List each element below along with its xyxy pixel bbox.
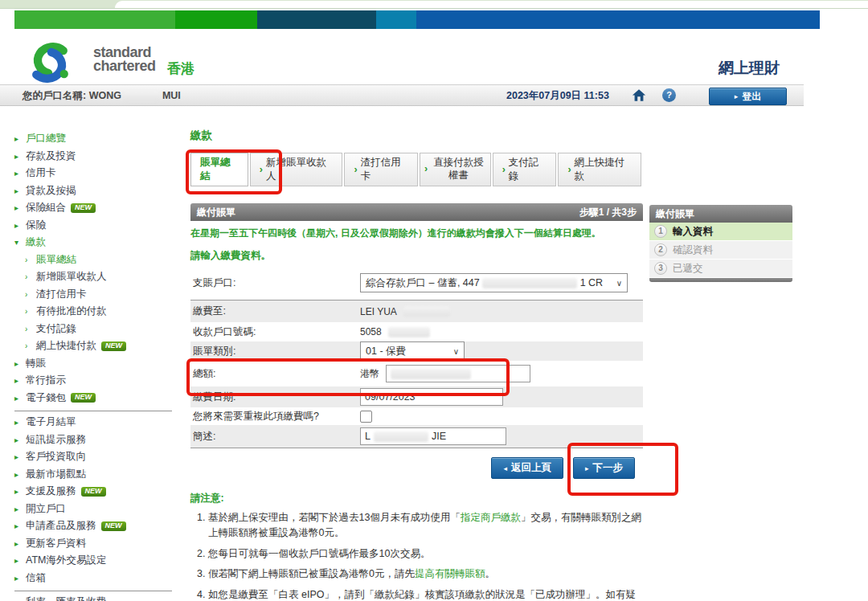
debit-account-select[interactable]: 綜合存款戶口 – 儲蓄, 447 1 CR ∨ [360,273,628,292]
amount-input[interactable] [386,365,530,382]
home-icon[interactable] [632,88,646,102]
sidebar-item[interactable]: ▸ 申請產品及服務 NEW [14,517,182,535]
tab[interactable]: › 網上快捷付款 [558,153,641,186]
chevron-icon: › [260,164,263,175]
payment-date-input[interactable]: 09/07/2023 [360,388,503,406]
sidebar-item[interactable]: ▸ 電子月結單 [14,414,182,431]
chevron-icon: ▸ [14,598,21,601]
sidebar-item[interactable]: ▸ 短訊提示服務 [14,431,182,449]
chevron-icon: › [502,164,506,175]
standard-chartered-logo [24,40,76,85]
steps-panel-header: 繳付賬單 [649,205,792,223]
chevron-icon: ▸ [14,487,21,496]
sidebar-item[interactable]: ▸ 保險 [14,217,182,235]
chevron-icon: ▸ [14,152,21,161]
sidebar-item[interactable]: › 支付記錄 [14,321,182,338]
chevron-icon: ▸ [14,505,21,513]
sidebar-item[interactable]: ▸ 利率、匯率及收費 [14,594,182,601]
sidebar-item[interactable]: ▸ 最新市場觀點 [14,466,182,484]
sidebar-item[interactable]: ▸ 貸款及按揭 [14,182,182,200]
banner-segment [14,10,175,29]
chevron-icon: › [424,163,428,176]
redaction [124,91,159,101]
form-separator [190,448,643,448]
back-button[interactable]: ◂ 返回上頁 [491,457,563,479]
new-badge: NEW [71,203,96,213]
sidebar-menu: ▸ 戶口總覽 ▸ 存款及投資 ▸ 信用卡 ▸ 貸款及按揭 ▸ 保險組合 NEW [14,130,182,601]
sidebar-item[interactable]: ▸ 客戶投資取向 [14,448,182,466]
chevron-icon: ▸ [14,452,21,461]
page-title: 繳款 [190,129,643,143]
main-content: 繳款 賬單總結 › 新增賬單收款人 › 渣打信用卡 › 直接付款授權書 [190,129,643,601]
banner-segment [175,10,257,29]
section-title: 繳付賬單 [197,206,235,219]
new-badge: NEW [101,341,126,351]
sidebar-item[interactable]: ▸ 信用卡 [14,165,182,182]
tab[interactable]: 賬單總結 [190,153,248,186]
tab[interactable]: › 直接付款授權書 [420,153,491,186]
sidebar-item[interactable]: ▸ 支援及服務 NEW [14,483,182,501]
datetime: 2023年07月09日 11:53 [506,89,609,103]
payee-name: LEI YUA [360,306,397,317]
new-badge: NEW [71,393,96,403]
banner-segment [376,10,416,29]
form-row: 簡述: L JIE [190,425,643,448]
cutoff-notice: 在星期一至五下午四時後（星期六, 日及公眾假期除外）進行的繳款均會撥入下一個結算… [190,225,643,241]
chevron-icon: ▸ [14,186,21,195]
steps-panel: 繳付賬單 1 輸入資料 2 確認資料 3 已遞交 [649,205,792,282]
sidebar-item[interactable]: › 渣打信用卡 [14,286,182,304]
chevron-icon: › [25,325,31,333]
brand-wordmark: standard chartered [93,46,156,73]
bill-type-select[interactable]: 01 - 保費 ∨ [360,341,465,361]
sidebar-item[interactable]: ▸ 信箱 [14,570,182,587]
chevron-icon: ▸ [14,169,21,178]
sidebar-item[interactable]: › 網上快捷付款 NEW [14,337,182,355]
sidebar-item[interactable]: ▸ 更新客戶資料 [14,535,182,553]
sidebar-item[interactable]: ▸ 常行指示 [14,372,182,390]
chevron-down-icon: ∨ [453,347,459,356]
description-input[interactable]: L JIE [360,427,506,445]
note-link[interactable]: 提高有關轉賬額 [415,568,485,579]
sidebar-item[interactable]: ▸ 轉賬 [14,355,182,373]
next-button[interactable]: ▸ 下一步 [573,457,635,479]
chevron-icon: › [354,164,357,175]
chevron-icon: ▸ [14,221,21,230]
chevron-icon: › [25,256,31,264]
sidebar-item[interactable]: › 賬單總結 [14,251,182,269]
sidebar-item[interactable]: ▸ 開立戶口 [14,501,182,518]
step-number: 1 [654,225,667,238]
sidebar-item[interactable]: ▸ 電子錢包 NEW [14,390,182,407]
form-row: 支賬戶口: 綜合存款戶口 – 儲蓄, 447 1 CR ∨ [190,266,643,300]
tab[interactable]: › 支付記錄 [493,153,557,186]
sidebar-item[interactable]: ▸ 戶口總覽 [14,130,182,148]
sidebar-item[interactable]: ▸ 存款及投資 [14,148,182,166]
tab[interactable]: › 渣打信用卡 [344,153,418,186]
arrow-right-icon: ▸ [585,464,589,472]
chevron-icon: › [25,272,31,281]
chevron-icon: ▸ [14,418,21,427]
user-bar: 您的戶口名稱: WONG MUI 2023年07月09日 11:53 ? ▸ 登… [0,84,804,106]
redaction [374,431,428,442]
chevron-icon: ▸ [14,521,21,530]
step-row: 2 確認資料 [649,241,792,260]
banner-segment [416,10,820,29]
recurring-checkbox[interactable] [360,411,372,423]
help-icon[interactable]: ? [662,88,676,102]
form-row: 賬單類別: 01 - 保費 ∨ [190,341,643,361]
brand-color-banner [14,10,820,29]
chevron-icon: ▸ [14,134,21,143]
sidebar-item[interactable]: › 有待批准的付款 [14,303,182,321]
sidebar-item[interactable]: ▾ 繳款 [14,234,182,251]
account-name: 您的戶口名稱: WONG MUI [23,89,181,103]
button-row: ◂ 返回上頁 ▸ 下一步 [190,457,643,479]
logout-button[interactable]: ▸ 登出 [709,88,787,105]
sidebar-item[interactable]: ▸ ATM海外交易設定 [14,552,182,570]
note-link[interactable]: 指定商戶繳款 [461,512,521,523]
chevron-icon: › [567,164,571,175]
sidebar-item[interactable]: › 新增賬單收款人 [14,268,182,286]
tab[interactable]: › 新增賬單收款人 [250,153,343,186]
chevron-icon: › [25,341,31,350]
step-number: 2 [654,243,667,256]
portal-title: 網上理財 [719,58,780,79]
sidebar-item[interactable]: ▸ 保險組合 NEW [14,199,182,217]
